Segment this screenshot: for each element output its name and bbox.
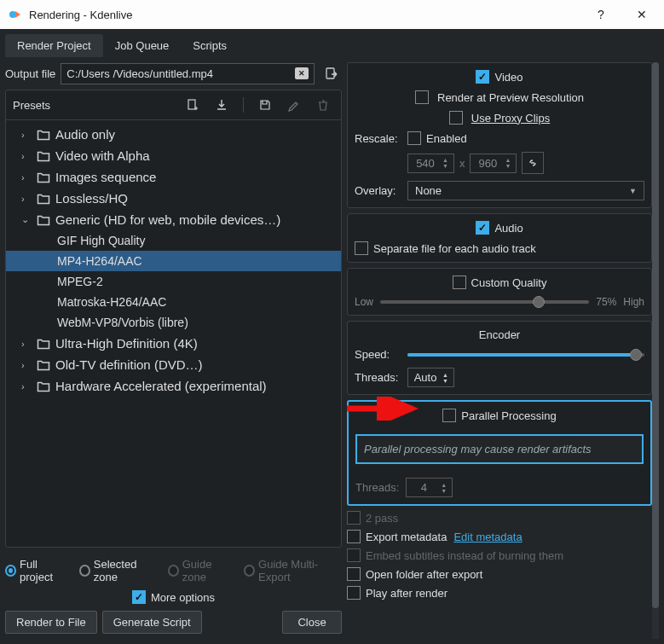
parallel-section: Parallel Processing Parallel processing … (347, 400, 652, 506)
close-window-button[interactable]: ✕ (625, 0, 659, 29)
tree-preset[interactable]: Matroska-H264/AAC (6, 292, 341, 312)
output-file-row: Output file C:/Users /Videos/untitled.mp… (5, 62, 342, 84)
render-to-file-button[interactable]: Render to File (5, 611, 97, 634)
browse-file-button[interactable] (320, 62, 342, 84)
quality-section: Custom Quality Low 75% High (347, 268, 652, 316)
embed-subtitles-checkbox: Embed subtitles instead of burning them (347, 548, 652, 562)
overlay-row: Overlay: None▼ (355, 181, 644, 200)
tree-folder[interactable]: ›Ultra-High Definition (4K) (6, 333, 341, 354)
separate-audio-checkbox[interactable]: Separate file for each audio track (355, 241, 644, 255)
audio-section: Audio Separate file for each audio track (347, 213, 652, 263)
save-icon (258, 98, 272, 112)
encoder-threads-row: Threads: Auto▲▼ (355, 368, 644, 387)
tab-scripts[interactable]: Scripts (181, 34, 239, 57)
parallel-warning: Parallel processing may cause render art… (355, 434, 644, 464)
speed-label: Speed: (355, 348, 399, 361)
quality-percent: 75% (596, 296, 616, 308)
tree-folder[interactable]: ›Old-TV definition (DVD…) (6, 354, 341, 375)
two-pass-checkbox: 2 pass (347, 511, 652, 525)
parallel-threads-row: Threads: 4▲▼ (349, 474, 650, 504)
threads-input[interactable]: Auto▲▼ (407, 368, 454, 387)
action-buttons: Render to File Generate Script Close (5, 611, 342, 634)
tree-folder[interactable]: ›Hardware Accelerated (experimental) (6, 375, 341, 397)
tab-bar: Render Project Job Queue Scripts (0, 29, 664, 57)
preview-resolution-checkbox[interactable]: Render at Preview Resolution (355, 90, 644, 104)
play-after-checkbox[interactable]: Play after render (347, 586, 652, 600)
rescale-enabled-checkbox[interactable]: Enabled (407, 131, 467, 145)
title-bar: Rendering - Kdenlive ? ✕ (0, 0, 664, 29)
tree-folder[interactable]: ⌄Generic (HD for web, mobile devices…) (6, 209, 341, 230)
tree-folder[interactable]: ›Lossless/HQ (6, 188, 341, 209)
render-scope-row: Full project Selected zone Guide zone Gu… (5, 558, 342, 583)
encoder-title: Encoder (479, 328, 520, 341)
radio-guide-zone: Guide zone (168, 558, 234, 583)
custom-quality-checkbox[interactable]: Custom Quality (453, 276, 547, 289)
svg-point-0 (9, 11, 16, 18)
radio-full-project[interactable]: Full project (5, 558, 69, 583)
download-icon (215, 98, 228, 112)
new-preset-button[interactable] (182, 94, 204, 116)
parallel-processing-checkbox[interactable]: Parallel Processing (442, 409, 556, 422)
download-preset-button[interactable] (211, 94, 233, 116)
document-new-icon (186, 98, 199, 112)
quality-slider[interactable] (380, 300, 589, 304)
rescale-height-input: 960▲▼ (470, 154, 517, 173)
pencil-icon (287, 98, 301, 112)
trash-icon (316, 98, 330, 112)
close-button[interactable]: Close (282, 611, 342, 634)
presets-header: Presets (6, 90, 341, 120)
speed-slider[interactable] (407, 353, 644, 357)
tree-folder[interactable]: ›Video with Alpha (6, 145, 341, 166)
tree-folder[interactable]: ›Audio only (6, 124, 341, 145)
export-metadata-checkbox[interactable]: Export metadata (347, 530, 447, 543)
audio-enable-checkbox[interactable]: Audio (476, 221, 523, 235)
app-logo-icon (9, 8, 22, 21)
parallel-threads-input: 4▲▼ (406, 478, 453, 497)
svg-rect-1 (326, 68, 334, 78)
presets-tree[interactable]: ›Audio only›Video with Alpha›Images sequ… (6, 120, 341, 547)
tree-preset[interactable]: WebM-VP8/Vorbis (libre) (6, 312, 341, 333)
use-proxy-checkbox[interactable]: Use Proxy Clips (355, 111, 644, 125)
output-file-label: Output file (5, 67, 55, 80)
delete-preset-button[interactable] (312, 94, 334, 116)
scrollbar[interactable] (652, 62, 659, 639)
threads-label: Threads: (355, 371, 399, 384)
tab-job-queue[interactable]: Job Queue (103, 34, 182, 57)
edit-metadata-link[interactable]: Edit metadata (453, 531, 522, 543)
help-button[interactable]: ? (584, 0, 618, 29)
tree-preset[interactable]: MP4-H264/AAC (6, 251, 341, 271)
clear-path-icon[interactable]: ✕ (295, 67, 309, 79)
save-preset-button[interactable] (254, 94, 276, 116)
edit-preset-button[interactable] (283, 94, 305, 116)
quality-slider-row: Low 75% High (355, 296, 644, 308)
overlay-select[interactable]: None▼ (407, 181, 644, 200)
output-file-path: C:/Users /Videos/untitled.mp4 (66, 67, 295, 80)
quality-high-label: High (623, 296, 644, 308)
red-arrow-annotation (347, 397, 425, 421)
rescale-label: Rescale: (355, 132, 399, 145)
tab-render-project[interactable]: Render Project (5, 34, 103, 57)
encoder-section: Encoder Speed: Threads: Auto▲▼ (347, 321, 652, 395)
overlay-label: Overlay: (355, 184, 399, 197)
dimension-x: x (459, 157, 465, 170)
video-enable-checkbox[interactable]: Video (476, 70, 523, 84)
output-file-input[interactable]: C:/Users /Videos/untitled.mp4 ✕ (61, 63, 315, 84)
file-browse-icon (324, 67, 338, 80)
video-section: Video Render at Preview Resolution Use P… (347, 62, 652, 208)
svg-rect-2 (188, 100, 195, 109)
generate-script-button[interactable]: Generate Script (102, 611, 202, 634)
quality-low-label: Low (355, 296, 373, 308)
parallel-threads-label: Threads: (355, 481, 399, 494)
tree-preset[interactable]: MPEG-2 (6, 271, 341, 292)
open-folder-checkbox[interactable]: Open folder after export (347, 567, 652, 581)
radio-guide-multi-export: Guide Multi-Export (244, 558, 342, 583)
window-title: Rendering - Kdenlive (29, 9, 577, 21)
encoder-speed-row: Speed: (355, 348, 644, 361)
tree-folder[interactable]: ›Images sequence (6, 166, 341, 188)
rescale-dimensions: 540▲▼ x 960▲▼ (355, 152, 644, 174)
radio-selected-zone[interactable]: Selected zone (79, 558, 158, 583)
more-options-checkbox[interactable]: More options (132, 590, 215, 604)
tree-preset[interactable]: GIF High Quality (6, 230, 341, 251)
link-dimensions-button[interactable] (522, 152, 544, 174)
rescale-row: Rescale: Enabled (355, 131, 644, 145)
